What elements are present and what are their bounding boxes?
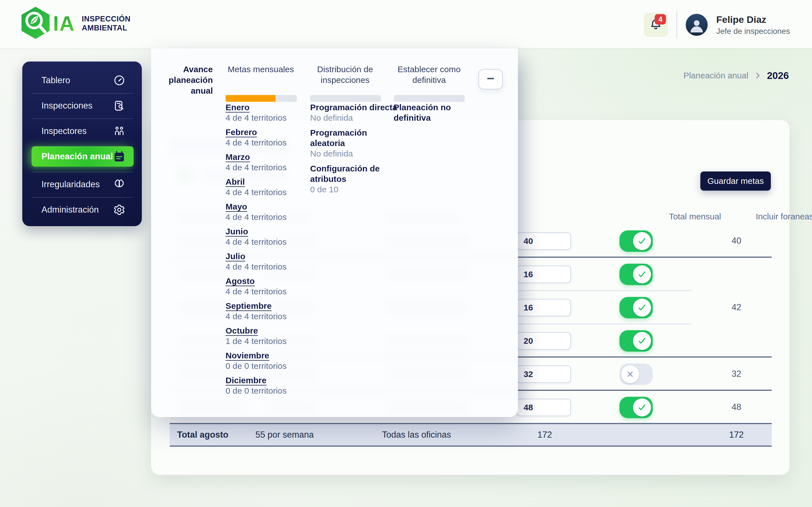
month-link[interactable]: Junio	[226, 226, 248, 237]
sidebar-item-tablero[interactable]: Tablero	[22, 68, 142, 93]
total-por-entidad-value: 40	[708, 236, 765, 246]
total-por-entidad-value: 42	[708, 302, 765, 313]
step-avance-planeacion[interactable]: Avance planeación anual	[165, 64, 213, 96]
distribution-list: Programación directa No definida Program…	[310, 102, 398, 199]
sidebar-item-inspecciones[interactable]: Inspecciones	[22, 93, 142, 118]
total-mensual-input[interactable]	[517, 232, 571, 250]
column-header-incluir-foraneas: Incluir foraneas	[742, 211, 812, 222]
total-mensual-input[interactable]	[517, 299, 571, 317]
month-item: Abril 4 de 4 territorios	[226, 176, 307, 198]
sidebar-nav: Tablero Inspecciones Inspectores Planeac…	[22, 68, 142, 222]
total-mensual-input[interactable]	[517, 365, 571, 383]
month-status: 4 de 4 territorios	[226, 187, 307, 198]
month-status: 4 de 4 territorios	[226, 262, 307, 272]
month-status: 4 de 4 territorios	[226, 311, 307, 322]
breadcrumb: Planeación anual 2026	[684, 70, 789, 81]
breadcrumb-parent[interactable]: Planeación anual	[684, 71, 748, 80]
progress-bar-distribucion	[310, 95, 381, 102]
incluir-foraneas-toggle[interactable]	[620, 264, 653, 285]
totals-per-week: 55 por semana	[255, 424, 314, 446]
chevron-right-icon	[753, 71, 762, 80]
progress-bar-definitiva	[394, 95, 465, 102]
distribution-link[interactable]: Programación directa	[310, 102, 398, 113]
distribution-item: Programación aleatoria No definida	[310, 127, 398, 159]
collapse-panel-button[interactable]: −	[478, 69, 503, 90]
sidebar-item-planeacion-anual[interactable]: Planeación anual	[32, 146, 134, 167]
toggle-knob	[621, 365, 639, 383]
notifications-button[interactable]: 4	[644, 13, 668, 37]
gauge-icon	[113, 74, 126, 87]
step-metas-mensuales[interactable]: Metas mensuales	[227, 64, 295, 75]
total-mensual-input[interactable]	[517, 266, 571, 283]
incluir-foraneas-toggle[interactable]	[620, 297, 653, 318]
total-por-entidad-value: 48	[708, 402, 765, 412]
save-goals-button[interactable]: Guardar metas	[700, 171, 771, 190]
month-item: Diciembre 0 de 0 territorios	[226, 375, 307, 396]
total-mensual-input[interactable]	[517, 332, 571, 350]
month-link[interactable]: Julio	[226, 251, 245, 262]
month-link[interactable]: Mayo	[226, 201, 247, 212]
month-status: 0 de 0 territorios	[226, 361, 307, 371]
progress-bar-metas	[226, 95, 297, 102]
month-item: Julio 4 de 4 territorios	[226, 251, 307, 272]
distribution-item: Configuración de atributos 0 de 10	[310, 163, 398, 194]
toggle-knob	[633, 299, 651, 317]
progress-fill	[226, 95, 276, 102]
breadcrumb-current: 2026	[767, 70, 789, 81]
app-root: IA INSPECCIÓN AMBIENTAL 4	[0, 0, 812, 507]
totals-entity: 172	[714, 424, 759, 446]
avatar[interactable]	[686, 14, 708, 36]
totals-row: Total agosto 55 por semana Todas las ofi…	[170, 423, 772, 447]
month-status: 4 de 4 territorios	[226, 286, 307, 297]
month-link[interactable]: Marzo	[226, 152, 250, 162]
month-item: Mayo 4 de 4 territorios	[226, 201, 307, 222]
month-item: Agosto 4 de 4 territorios	[226, 276, 307, 297]
toggle-knob	[633, 398, 651, 416]
month-link[interactable]: Febrero	[226, 127, 257, 137]
month-link[interactable]: Diciembre	[226, 375, 267, 386]
months-list: Enero 4 de 4 territorios Febrero 4 de 4 …	[226, 102, 307, 400]
header-divider	[676, 11, 677, 38]
totals-offices: Todas las oficinas	[382, 424, 451, 446]
sidebar-item-irregularidades[interactable]: Irregularidades	[22, 172, 142, 197]
incluir-foraneas-toggle[interactable]	[620, 330, 653, 352]
incluir-foraneas-toggle[interactable]	[620, 230, 653, 252]
step-distribucion-inspecciones[interactable]: Distribución de inspecciones	[307, 64, 383, 86]
user-info[interactable]: Felipe Diaz Jefe de inspecciones	[716, 14, 790, 36]
month-link[interactable]: Enero	[226, 102, 249, 113]
brand[interactable]: IA INSPECCIÓN AMBIENTAL	[20, 6, 130, 41]
month-item: Septiembre 4 de 4 territorios	[226, 300, 307, 322]
user-role: Jefe de inspecciones	[716, 27, 790, 36]
month-link[interactable]: Septiembre	[226, 300, 272, 311]
month-status: 4 de 4 territorios	[226, 113, 307, 123]
app-header: IA INSPECCIÓN AMBIENTAL 4	[0, 0, 812, 48]
incluir-foraneas-toggle[interactable]	[620, 363, 653, 385]
distribution-link[interactable]: Configuración de atributos	[310, 163, 398, 184]
notification-badge: 4	[655, 14, 666, 24]
total-mensual-input[interactable]	[517, 399, 571, 416]
month-item: Junio 4 de 4 territorios	[226, 226, 307, 247]
definitive-status: Planeación no definitiva	[394, 102, 478, 123]
step-establecer-definitiva[interactable]: Establecer como definitiva	[391, 64, 467, 86]
month-status: 4 de 4 territorios	[226, 162, 307, 173]
sidebar-item-administracion[interactable]: Administración	[22, 197, 142, 222]
incluir-foraneas-toggle[interactable]	[620, 397, 653, 418]
annual-plan-progress-overlay: Avance planeación anual Metas mensuales …	[151, 48, 518, 417]
distribution-status: No definida	[310, 148, 398, 159]
month-status: 4 de 4 territorios	[226, 137, 307, 148]
distribution-link[interactable]: Programación aleatoria	[310, 127, 398, 148]
month-link[interactable]: Abril	[226, 176, 245, 187]
distribution-status: 0 de 10	[310, 184, 398, 194]
sidebar: Tablero Inspecciones Inspectores Planeac…	[22, 61, 142, 226]
month-link[interactable]: Noviembre	[226, 350, 269, 361]
toggle-knob	[633, 232, 651, 250]
distribution-item: Programación directa No definida	[310, 102, 398, 123]
sidebar-item-inspectores[interactable]: Inspectores	[22, 118, 142, 144]
people-icon	[113, 125, 126, 137]
month-status: 4 de 4 territorios	[226, 237, 307, 247]
month-link[interactable]: Octubre	[226, 325, 258, 336]
month-item: Noviembre 0 de 0 territorios	[226, 350, 307, 371]
person-icon	[688, 17, 706, 36]
month-item: Marzo 4 de 4 territorios	[226, 152, 307, 173]
month-link[interactable]: Agosto	[226, 276, 254, 286]
